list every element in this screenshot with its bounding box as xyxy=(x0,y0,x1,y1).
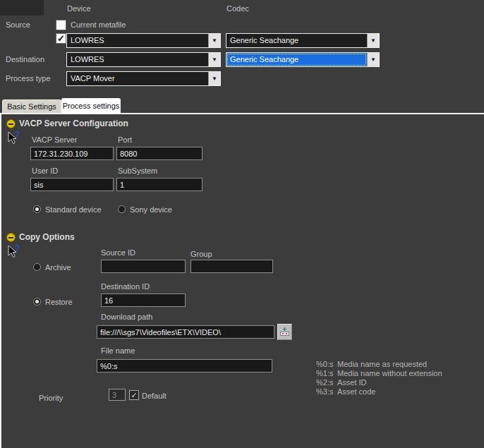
sony-device-label: Sony device xyxy=(130,205,172,214)
port-label: Port xyxy=(118,135,132,144)
current-metafile-label: Current metafile xyxy=(71,20,126,29)
source-codec-combobox[interactable]: Generic Seachange ▼ xyxy=(226,33,380,48)
legend-code: %2:s xyxy=(316,378,333,387)
subsystem-label: SubSystem xyxy=(118,167,157,175)
dropdown-arrow-icon[interactable]: ▼ xyxy=(367,34,379,47)
legend-desc: Asset code xyxy=(337,387,375,396)
standard-device-label: Standard device xyxy=(45,205,102,214)
help-cursor-icon: ? xyxy=(6,244,23,260)
process-type-label: Process type xyxy=(6,74,51,83)
vacp-server-input[interactable] xyxy=(30,147,114,160)
dropdown-arrow-icon[interactable]: ▼ xyxy=(208,72,220,85)
subsystem-input[interactable] xyxy=(116,178,202,191)
current-metafile-checkbox[interactable] xyxy=(56,20,66,30)
default-label: Default xyxy=(142,392,167,400)
group-input[interactable] xyxy=(190,260,273,273)
standard-device-radio[interactable] xyxy=(33,205,41,213)
tab-process-settings[interactable]: Process settings xyxy=(61,98,121,114)
destination-device-value: LOWRES xyxy=(67,53,208,66)
collapse-section-icon[interactable] xyxy=(6,233,16,242)
source-id-input[interactable] xyxy=(101,260,186,273)
priority-label: Priority xyxy=(39,394,63,402)
process-type-combobox[interactable]: VACP Mover ▼ xyxy=(66,71,221,86)
legend-code: %1:s xyxy=(316,369,333,377)
source-id-label: Source ID xyxy=(101,248,135,257)
source-device-combobox[interactable]: LOWRES ▼ xyxy=(66,33,221,48)
download-path-input[interactable] xyxy=(97,325,274,339)
destination-device-combobox[interactable]: LOWRES ▼ xyxy=(66,52,221,67)
destination-id-input[interactable] xyxy=(101,293,186,307)
restore-radio[interactable] xyxy=(33,298,41,305)
destination-id-label: Destination ID xyxy=(101,282,150,291)
file-name-label: File name xyxy=(101,346,135,355)
destination-codec-combobox[interactable]: Generic Seachange ▼ xyxy=(226,52,380,67)
dropdown-arrow-icon[interactable]: ▼ xyxy=(367,53,379,66)
archive-label: Archive xyxy=(45,263,71,272)
port-input[interactable] xyxy=(116,147,202,160)
tab-basic-settings[interactable]: Basic Settings xyxy=(2,99,61,113)
legend-code: %0:s xyxy=(316,360,333,368)
source-codec-value: Generic Seachange xyxy=(226,34,367,47)
legend-desc: Asset ID xyxy=(337,378,367,387)
legend-desc: Media name as requested xyxy=(337,360,427,368)
svg-text:?: ? xyxy=(15,131,20,140)
source-device-value: LOWRES xyxy=(67,34,208,47)
restore-label: Restore xyxy=(45,298,73,306)
dropdown-arrow-icon[interactable]: ▼ xyxy=(208,34,220,47)
copy-section-title: Copy Options xyxy=(19,232,75,242)
user-id-label: User ID xyxy=(32,167,58,175)
collapse-section-icon[interactable] xyxy=(6,119,16,128)
checkmark-icon: ✓ xyxy=(57,33,65,44)
download-path-label: Download path xyxy=(101,313,152,321)
process-type-value: VACP Mover xyxy=(67,72,208,85)
device-column-label: Device xyxy=(67,4,91,13)
destination-codec-value: Generic Seachange xyxy=(226,53,367,66)
checkmark-icon: ✓ xyxy=(131,391,137,399)
vacp-section-title: VACP Server Configuration xyxy=(19,119,128,128)
sony-device-radio[interactable] xyxy=(118,205,126,213)
codec-column-label: Codec xyxy=(226,4,249,13)
source-label: Source xyxy=(6,20,30,29)
tab-panel-left-border xyxy=(0,113,1,448)
browse-folder-icon xyxy=(279,327,290,337)
priority-input xyxy=(109,389,126,401)
file-name-input[interactable] xyxy=(97,359,272,373)
dropdown-arrow-icon[interactable]: ▼ xyxy=(208,53,220,66)
destination-label: Destination xyxy=(6,55,44,63)
legend-desc: Media name without extension xyxy=(337,369,442,377)
vacp-server-label: VACP Server xyxy=(32,135,77,144)
legend-code: %3:s xyxy=(316,387,333,396)
svg-text:?: ? xyxy=(15,244,20,253)
group-label: Group xyxy=(190,250,212,258)
window-corner-block xyxy=(0,0,44,16)
process-settings-window: Device Codec Source Current metafile ✓ L… xyxy=(0,0,484,448)
default-checkbox[interactable]: ✓ xyxy=(129,390,139,400)
source-device-checkbox[interactable]: ✓ xyxy=(56,33,66,44)
archive-radio[interactable] xyxy=(33,263,41,271)
browse-path-button[interactable] xyxy=(277,324,292,340)
user-id-input[interactable] xyxy=(30,178,114,191)
help-cursor-icon: ? xyxy=(6,131,23,146)
